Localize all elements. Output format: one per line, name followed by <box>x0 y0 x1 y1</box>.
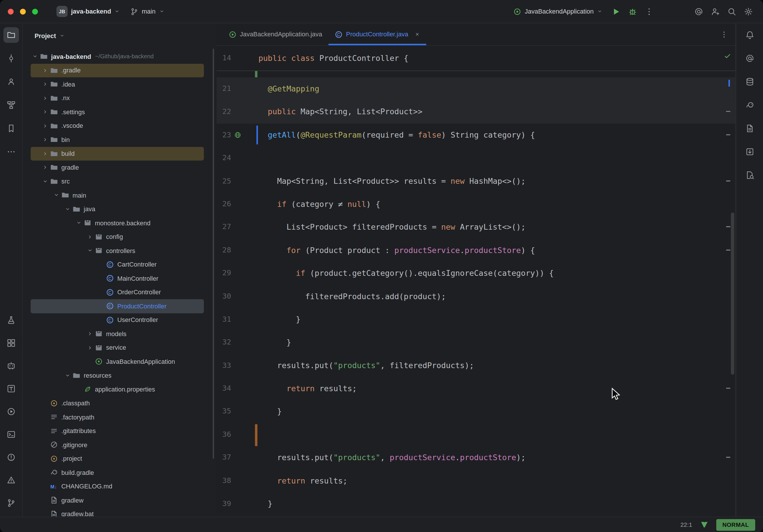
code-line-26[interactable]: 26 if (category ≠ null) { <box>216 193 735 216</box>
editor-content[interactable]: 14public class ProductController { 21 @G… <box>216 46 735 517</box>
chevron-right-icon[interactable] <box>41 135 50 144</box>
code-line-22[interactable]: 22 public Map<String, List<Product>> <box>216 100 735 124</box>
tree-item-factorypath[interactable]: .factorypath <box>31 410 204 424</box>
ai-chat-tool-icon[interactable] <box>3 358 19 373</box>
chevron-right-icon[interactable] <box>86 343 94 352</box>
tree-item-maincontroller[interactable]: CMainController <box>31 271 204 285</box>
minimize-window-button[interactable] <box>20 9 26 14</box>
database-tool-icon[interactable] <box>742 74 758 89</box>
tree-item-application-properties[interactable]: application.properties <box>31 382 204 396</box>
code-line-14[interactable]: 14public class ProductController { <box>216 46 735 71</box>
code-with-me-button[interactable] <box>708 5 722 18</box>
code-line-21[interactable]: 21 @GetMapping <box>216 77 735 100</box>
chevron-right-icon[interactable] <box>41 94 50 102</box>
warnings-tool-icon[interactable] <box>3 472 19 488</box>
chevron-down-icon[interactable] <box>41 177 50 185</box>
ideavim-icon[interactable] <box>700 520 708 529</box>
close-tab-icon[interactable] <box>415 32 420 37</box>
chevron-down-icon[interactable] <box>74 219 83 227</box>
tree-item-build-gradle[interactable]: build.gradle <box>31 466 204 479</box>
tree-item-classpath[interactable]: .classpath <box>31 396 204 410</box>
tree-item-gradlew-bat[interactable]: gradlew.bat <box>31 507 204 517</box>
tree-item-ordercontroller[interactable]: COrderController <box>31 285 204 299</box>
code-line-34[interactable]: 34 return results; <box>216 377 735 400</box>
chevron-right-icon[interactable] <box>41 66 50 75</box>
project-widget[interactable]: JB java-backend <box>53 3 124 20</box>
branch-widget[interactable]: main <box>127 5 168 18</box>
code-line-24[interactable]: 24 <box>216 147 735 170</box>
code-line-37[interactable]: 37 results.put("products", productServic… <box>216 446 735 470</box>
tree-item-idea[interactable]: .idea <box>31 77 204 91</box>
dependencies-tool-icon[interactable] <box>742 121 758 136</box>
tree-item-settings[interactable]: .settings <box>31 105 204 119</box>
code-line-31[interactable]: 31 } <box>216 308 735 331</box>
project-tree-scrollbar[interactable] <box>213 49 214 459</box>
code-line-35[interactable]: 35 } <box>216 400 735 423</box>
code-line-33[interactable]: 33 results.put("products", filteredProdu… <box>216 354 735 377</box>
globe-icon[interactable] <box>231 124 244 147</box>
run-configuration-widget[interactable]: JavaBackendApplication <box>510 5 606 18</box>
artifacts-tool-icon[interactable] <box>742 144 758 160</box>
settings-button[interactable] <box>742 5 755 18</box>
notifications-icon[interactable] <box>742 27 758 43</box>
code-line-25[interactable]: 25 Map<String, List<Product>> results = … <box>216 170 735 193</box>
tree-item-service[interactable]: service <box>31 341 204 355</box>
code-line-23[interactable]: 23 getAll(@RequestParam(required = false… <box>216 124 735 147</box>
editor-scrollbar[interactable] <box>731 213 734 375</box>
more-actions-button[interactable] <box>642 5 656 18</box>
caret-position[interactable]: 22:1 <box>681 521 692 528</box>
code-line-39[interactable]: 39 } <box>216 492 735 516</box>
find-tool-icon[interactable] <box>742 167 758 183</box>
chevron-right-icon[interactable] <box>41 108 50 116</box>
chevron-down-icon[interactable] <box>52 191 60 199</box>
structure-tool-icon[interactable] <box>3 97 19 113</box>
code-line-29[interactable]: 29 if (product.getCategory().equalsIgnor… <box>216 262 735 285</box>
tree-item-resources[interactable]: resources <box>31 369 204 382</box>
pull-requests-tool-icon[interactable] <box>3 74 19 89</box>
chevron-right-icon[interactable] <box>41 80 50 89</box>
terminal-tool-icon[interactable] <box>3 427 19 442</box>
commit-tool-icon[interactable] <box>3 51 19 66</box>
close-window-button[interactable] <box>8 9 14 14</box>
ai-assistant-button[interactable] <box>692 5 706 18</box>
chevron-right-icon[interactable] <box>41 122 50 130</box>
chevron-down-icon[interactable] <box>63 371 72 380</box>
tree-item-gitattributes[interactable]: .gitattributes <box>31 424 204 438</box>
vim-mode-badge[interactable]: NORMAL <box>716 519 755 530</box>
tree-item-java[interactable]: java <box>31 202 204 216</box>
gradle-tool-icon[interactable] <box>742 97 758 113</box>
problems-tool-icon[interactable] <box>3 450 19 465</box>
tree-item-monostore-backend[interactable]: monostore.backend <box>31 216 204 230</box>
tree-item-gradlew[interactable]: gradlew <box>31 493 204 507</box>
tree-item-productcontroller[interactable]: CProductController <box>31 299 204 313</box>
tree-item-cartcontroller[interactable]: CCartController <box>31 258 204 271</box>
code-line-27[interactable]: 27 List<Product> filteredProducts = new … <box>216 216 735 239</box>
tree-item-gradle[interactable]: gradle <box>31 160 204 174</box>
tree-item-project[interactable]: .project <box>31 452 204 466</box>
chevron-down-icon[interactable] <box>63 205 72 213</box>
code-line-28[interactable]: 28 for (Product product : productService… <box>216 239 735 262</box>
tree-item-build[interactable]: build <box>31 147 204 160</box>
run-tool-icon[interactable] <box>3 404 19 419</box>
tree-item-src[interactable]: src <box>31 174 204 188</box>
tree-item-gradle[interactable]: .gradle <box>31 63 204 77</box>
tree-item-models[interactable]: models <box>31 327 204 341</box>
tree-item-vscode[interactable]: .vscode <box>31 119 204 133</box>
editor-tab-productcontroller-java[interactable]: CProductController.java <box>328 23 426 45</box>
debug-button[interactable] <box>626 5 639 18</box>
tree-item-usercontroller[interactable]: CUserController <box>31 313 204 327</box>
chevron-right-icon[interactable] <box>41 149 50 158</box>
code-line-32[interactable]: 32 } <box>216 331 735 354</box>
inspections-ok-icon[interactable] <box>723 52 731 60</box>
chevron-right-icon[interactable] <box>86 330 94 338</box>
tab-options-icon[interactable] <box>718 28 730 41</box>
run-button[interactable] <box>609 5 623 18</box>
more-tool-windows-icon[interactable] <box>3 144 19 160</box>
tree-item-changelog-md[interactable]: M↓CHANGELOG.md <box>31 479 204 493</box>
todo-tool-icon[interactable] <box>3 381 19 396</box>
project-panel-header[interactable]: Project <box>23 23 216 48</box>
tree-item-javabackendapplication[interactable]: JavaBackendApplication <box>31 355 204 369</box>
tree-item-controllers[interactable]: controllers <box>31 244 204 258</box>
ai-assistant-icon[interactable] <box>742 51 758 66</box>
version-control-tool-icon[interactable] <box>3 495 19 511</box>
